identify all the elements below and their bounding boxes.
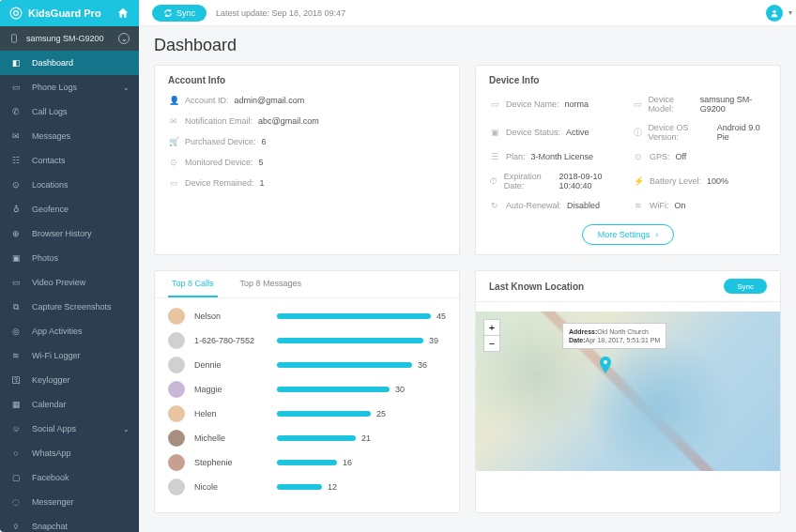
brand-text: KidsGuard Pro [28, 8, 101, 19]
location-sync-button[interactable]: Sync [724, 279, 767, 294]
call-bar [277, 460, 337, 465]
nav-label: Browser History [32, 229, 92, 238]
sidebar-item-social-apps[interactable]: ☺Social Apps⌄ [0, 417, 139, 441]
nav-label: Calendar [32, 400, 67, 409]
row-value: Active [566, 128, 589, 137]
photo-icon: ▣ [9, 251, 23, 265]
device-row: ⏱Expiration Date: 2018-09-10 10:40:40 [489, 172, 623, 190]
sidebar-item-locations[interactable]: ⊙Locations [0, 173, 139, 197]
fb-icon: ▢ [9, 471, 23, 484]
sidebar-item-call-logs[interactable]: ✆Call Logs [0, 99, 139, 124]
row-value: 1 [260, 178, 265, 188]
capture-icon: ⧉ [9, 300, 23, 313]
nav-label: Contacts [32, 156, 66, 165]
call-name: Dennie [194, 360, 268, 370]
home-icon[interactable] [116, 7, 130, 20]
call-bar [277, 338, 423, 343]
sidebar-item-contacts[interactable]: ☷Contacts [0, 148, 139, 173]
call-bar [277, 411, 371, 417]
call-bar [277, 313, 431, 319]
map-pin-icon [598, 357, 613, 372]
row-icon: ☰ [489, 151, 500, 162]
brand-header: KidsGuard Pro [0, 0, 139, 26]
avatar [168, 454, 185, 471]
video-icon: ▭ [9, 276, 23, 289]
wa-icon: ○ [9, 447, 23, 460]
svg-point-3 [773, 9, 775, 12]
zoom-out-button[interactable]: − [484, 336, 499, 351]
sidebar-item-wi-fi-logger[interactable]: ≋Wi-Fi Logger [0, 343, 139, 368]
sidebar-item-browser-history[interactable]: ⊕Browser History [0, 221, 139, 246]
nav-menu: ◧Dashboard▭Phone Logs⌄✆Call Logs✉Message… [0, 51, 139, 532]
nav-label: Call Logs [32, 107, 68, 116]
device-selector[interactable]: samsung SM-G9200 ⌄ [0, 26, 139, 51]
row-value: 3-Month License [531, 152, 594, 161]
zoom-in-button[interactable]: + [484, 320, 499, 336]
device-row: ☰Plan: 3-Month License [489, 151, 623, 162]
row-label: WiFi: [650, 201, 669, 210]
sidebar-item-photos[interactable]: ▣Photos [0, 246, 139, 270]
sidebar-item-whatsapp[interactable]: ○WhatsApp [0, 441, 139, 465]
row-label: GPS: [650, 152, 670, 161]
call-bar [277, 362, 412, 368]
main-area: Sync Latest update: Sep 18, 2018 09:47 D… [139, 0, 796, 532]
row-value: 2018-09-10 10:40:40 [559, 172, 623, 190]
sidebar-item-messages[interactable]: ✉Messages [0, 124, 139, 148]
row-label: Purchased Device: [185, 137, 256, 146]
tab-top-messages[interactable]: Top 8 Messages [237, 271, 306, 297]
row-value: On [675, 201, 686, 210]
call-name: Nicole [194, 482, 268, 492]
row-label: Auto-Renewal: [506, 201, 561, 210]
device-icon [9, 33, 19, 44]
location-card: Last Known Location Sync + − Address:Old… [475, 270, 781, 513]
sidebar-item-geofence[interactable]: ♁Geofence [0, 197, 139, 221]
call-name: Michelle [194, 433, 268, 443]
key-icon: ⚿ [9, 373, 23, 387]
chevron-down-icon: ⌄ [123, 425, 130, 433]
sidebar-item-facebook[interactable]: ▢Facebook [0, 465, 139, 490]
page-title: Dashboard [154, 36, 781, 55]
svg-point-4 [604, 360, 607, 364]
dashboard-icon: ◧ [9, 56, 23, 69]
avatar [168, 479, 185, 495]
call-value: 30 [395, 385, 405, 394]
device-row: ⓘDevice OS Version: Android 9.0 Pie [633, 123, 767, 142]
row-label: Device OS Version: [648, 123, 711, 142]
svg-rect-2 [12, 35, 17, 42]
logo-icon [9, 7, 23, 20]
call-name: Helen [194, 409, 268, 418]
sidebar-item-calendar[interactable]: ▦Calendar [0, 392, 139, 417]
call-name: 1-626-780-7552 [194, 336, 268, 345]
sidebar-item-phone-logs[interactable]: ▭Phone Logs⌄ [0, 75, 139, 99]
sidebar-item-capture-screenshots[interactable]: ⧉Capture Screenshots [0, 295, 139, 319]
tab-top-calls[interactable]: Top 8 Calls [168, 271, 218, 297]
sidebar-item-keylogger[interactable]: ⚿Keylogger [0, 368, 139, 392]
account-row: ▭Device Remained: 1 [168, 177, 446, 189]
sidebar-item-app-activities[interactable]: ◎App Activities [0, 319, 139, 343]
map[interactable]: + − Address:Old North Church Date:Apr 18… [476, 312, 780, 471]
sync-button[interactable]: Sync [152, 5, 207, 22]
sidebar-item-video-preview[interactable]: ▭Video Preview [0, 270, 139, 295]
sync-label: Sync [176, 8, 195, 18]
chevron-down-icon: ⌄ [123, 84, 130, 92]
more-settings-button[interactable]: More Settings › [582, 224, 675, 245]
svg-point-0 [10, 8, 22, 19]
cal-icon: ▦ [9, 398, 23, 411]
user-menu[interactable] [766, 5, 783, 22]
nav-label: Geofence [32, 205, 69, 214]
row-value: admin@gmail.com [235, 96, 305, 105]
sidebar-item-snapchat[interactable]: ◊Snapchat [0, 514, 139, 532]
device-title: Device Info [489, 75, 767, 85]
row-icon: ✉ [168, 115, 179, 127]
pin-icon: ⊙ [9, 178, 23, 191]
chevron-right-icon: › [655, 230, 658, 239]
device-row: ▣Device Status: Active [489, 123, 623, 142]
row-value: 6 [262, 137, 267, 146]
call-icon: ✆ [9, 105, 23, 118]
call-row: Nicole12 [168, 479, 446, 495]
row-icon: ⓘ [633, 127, 642, 138]
sidebar-item-messenger[interactable]: ◌Messenger [0, 490, 139, 514]
nav-label: Wi-Fi Logger [32, 351, 81, 360]
call-name: Nelson [194, 312, 268, 321]
sidebar-item-dashboard[interactable]: ◧Dashboard [0, 51, 139, 75]
